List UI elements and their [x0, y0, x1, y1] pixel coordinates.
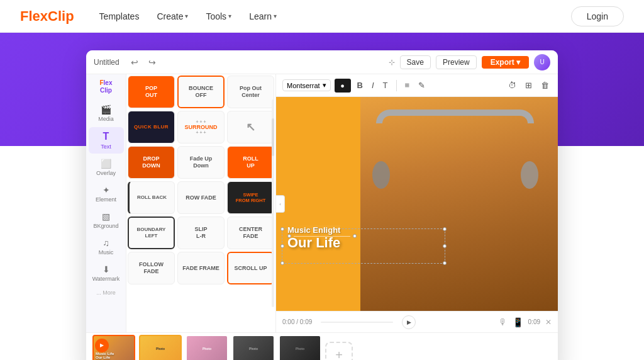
redo-button[interactable]: ↪ — [146, 56, 158, 69]
sidebar-item-watermark[interactable]: ⬇ Watermark — [89, 261, 124, 286]
anim-quick-blur[interactable]: QUICK BLUR — [128, 111, 175, 143]
screen-icon[interactable]: 📱 — [513, 317, 523, 327]
media-icon: 🎬 — [101, 104, 111, 115]
sidebar-item-overlay[interactable]: ⬜ Overlay — [89, 155, 124, 180]
chevron-down-icon: ▾ — [323, 81, 326, 89]
anim-roll-back[interactable]: ROLL BACK — [128, 181, 175, 214]
font-selector[interactable]: Montserrat ▾ — [282, 79, 331, 91]
chevron-down-icon: ▾ — [274, 13, 277, 20]
close-icon[interactable]: ✕ — [545, 318, 552, 327]
logo-prefix: Flex — [20, 8, 48, 25]
text-icon: T — [103, 131, 109, 142]
anim-fade-frame[interactable]: FADE FRAME — [177, 252, 225, 284]
timer-icon[interactable]: ⏱ — [506, 79, 519, 91]
login-button[interactable]: Login — [571, 6, 624, 26]
anim-fade-up-down[interactable]: Fade UpDown — [177, 146, 225, 179]
headphone-right — [521, 161, 538, 189]
resize-handle-tl[interactable] — [280, 227, 284, 231]
player-controls: 0:00 / 0:09 ▶ 🎙 📱 0:09 ✕ — [276, 311, 558, 332]
anim-surround[interactable]: + + + SURROUND + + + — [177, 111, 225, 143]
expand-button[interactable]: ⊹ — [389, 58, 395, 67]
preview-button[interactable]: Preview — [436, 55, 477, 69]
anim-drop-down[interactable]: DROPDOWN — [128, 146, 175, 179]
canvas-area: Montserrat ▾ ● B I T ≡ ✎ ⏱ ⊞ 🗑 ‹ — [276, 74, 558, 332]
text-dot-left[interactable] — [287, 234, 291, 238]
sidebar-item-media[interactable]: 🎬 Media — [89, 101, 124, 126]
play-button[interactable]: ▶ — [402, 315, 416, 329]
save-button[interactable]: Save — [400, 55, 431, 69]
nav-links: Templates Create ▾ Tools ▾ Learn ▾ — [99, 11, 571, 21]
end-time-label: 0:09 — [528, 318, 540, 325]
timeline-clip-4[interactable]: Photo Photo 0:03 — [279, 335, 321, 361]
anim-bounce-off[interactable]: BOUNCEOFF — [177, 76, 225, 108]
anim-roll-up[interactable]: ROLLUP — [227, 146, 274, 179]
left-sidebar: FlexClip 🎬 Media T Text ⬜ Overlay ✦ Elem… — [86, 74, 126, 332]
logo[interactable]: FlexClip — [20, 8, 74, 25]
nav-templates[interactable]: Templates — [99, 11, 140, 21]
anim-scroll-up[interactable]: SCROLL UP — [227, 252, 274, 284]
text-handles-row — [287, 234, 357, 238]
mic-icon[interactable]: 🎙 — [499, 317, 508, 327]
timeline-clip-3[interactable]: Photo Photo 0:03 — [232, 335, 275, 361]
export-button[interactable]: Export ▾ — [482, 56, 529, 69]
nav-create[interactable]: Create ▾ — [157, 11, 188, 21]
resize-handle-tr[interactable] — [443, 227, 447, 231]
clip-thumb-3: Photo — [232, 335, 275, 361]
anim-row-fade[interactable]: ROW FADE — [177, 181, 225, 214]
scroll-thumb[interactable] — [272, 118, 274, 156]
chevron-down-icon: ▾ — [185, 13, 188, 20]
side-expand-button[interactable]: ‹ — [276, 195, 285, 213]
element-icon: ✦ — [103, 185, 110, 195]
delete-icon[interactable]: 🗑 — [538, 79, 552, 91]
resize-handle-mr[interactable] — [443, 244, 447, 248]
avatar[interactable]: U — [534, 54, 550, 70]
sidebar-more[interactable]: ... More — [96, 290, 116, 296]
italic-button[interactable]: I — [369, 79, 377, 91]
anim-center-fade[interactable]: CENTERFADE — [227, 217, 274, 249]
timeline-clip-2[interactable]: Photo Photo 0:03 — [186, 335, 228, 361]
clip-thumb-2: Photo — [186, 335, 228, 361]
toolbar-separator — [396, 80, 397, 91]
text-format-button[interactable]: T — [380, 79, 391, 91]
editor-body: FlexClip 🎬 Media T Text ⬜ Overlay ✦ Elem… — [86, 74, 558, 332]
anim-swipe-from-right[interactable]: SWIPEFROM RIGHT — [227, 181, 274, 214]
bold-button[interactable]: B — [355, 79, 365, 91]
overlay-icon: ⬜ — [101, 159, 111, 169]
canvas-text-line1: Music Enlight — [287, 225, 341, 235]
sidebar-item-music[interactable]: ♫ Music — [89, 234, 124, 259]
scroll-track[interactable] — [272, 99, 274, 307]
canvas-viewport: ‹ — [276, 97, 558, 311]
align-button[interactable]: ≡ — [402, 79, 413, 91]
clip-thumb-1: Photo — [139, 335, 182, 361]
format-toolbar: Montserrat ▾ ● B I T ≡ ✎ ⏱ ⊞ 🗑 — [276, 74, 558, 97]
play-indicator[interactable]: ▶ — [95, 339, 109, 352]
undo-button[interactable]: ↩ — [128, 56, 141, 69]
anim-pop-out-center[interactable]: Pop OutCenter — [227, 76, 274, 108]
timeline-clip-1[interactable]: Photo Photo 0:09 — [139, 335, 182, 361]
anim-boundary-left[interactable]: BOUNDARYLEFT — [128, 217, 175, 249]
anim-follow-fade[interactable]: FOLLOWFADE — [128, 252, 175, 284]
sidebar-item-element[interactable]: ✦ Element — [89, 181, 124, 206]
sidebar-item-bkground[interactable]: ▧ BKground — [89, 208, 124, 233]
text-animation-panel: POPOUT BOUNCEOFF Pop OutCenter QUICK BLU… — [126, 74, 276, 332]
resize-handle-br[interactable] — [443, 261, 447, 265]
anim-cursor[interactable]: ↖ — [227, 111, 274, 143]
text-dot-right[interactable] — [353, 234, 357, 238]
edit-button[interactable]: ✎ — [416, 79, 428, 91]
sidebar-logo: FlexClip — [99, 79, 112, 94]
headphone-band — [376, 110, 534, 123]
nav-learn[interactable]: Learn ▾ — [249, 11, 277, 21]
grid-icon[interactable]: ⊞ — [523, 79, 535, 91]
seek-bar[interactable] — [321, 322, 393, 323]
timeline-clip-video[interactable]: Music LifeOur Life ▶ Video 0:16 — [92, 335, 135, 361]
sidebar-item-text[interactable]: T Text — [89, 127, 124, 154]
nav-tools[interactable]: Tools ▾ — [206, 11, 231, 21]
bkground-icon: ▧ — [102, 211, 110, 222]
add-clip-button[interactable]: + — [325, 342, 353, 361]
resize-handle-ml[interactable] — [280, 244, 284, 248]
color-picker[interactable]: ● — [335, 79, 351, 93]
anim-slip-lr[interactable]: SLIPL-R — [177, 217, 225, 249]
editor-topbar: Untitled ↩ ↪ ⊹ Save Preview Export ▾ U — [86, 50, 558, 74]
chevron-down-icon: ▾ — [228, 13, 231, 20]
anim-pop-out[interactable]: POPOUT — [128, 76, 175, 108]
